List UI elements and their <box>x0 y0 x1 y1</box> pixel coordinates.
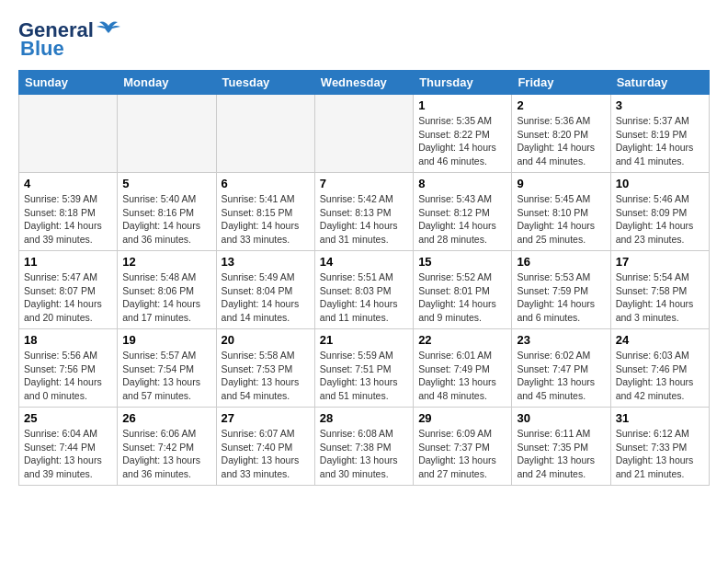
calendar-day: 14Sunrise: 5:51 AM Sunset: 8:03 PM Dayli… <box>314 251 413 329</box>
day-number: 6 <box>222 177 310 190</box>
calendar-day: 7Sunrise: 5:42 AM Sunset: 8:13 PM Daylig… <box>314 173 413 251</box>
day-info: Sunrise: 5:42 AM Sunset: 8:13 PM Dayligh… <box>320 192 408 247</box>
day-number: 8 <box>418 177 506 190</box>
calendar-day: 1Sunrise: 5:35 AM Sunset: 8:22 PM Daylig… <box>414 95 512 173</box>
calendar-week-row: 1Sunrise: 5:35 AM Sunset: 8:22 PM Daylig… <box>19 95 710 173</box>
day-number: 12 <box>122 255 210 269</box>
day-number: 23 <box>517 333 605 347</box>
weekday-header: Friday <box>512 71 610 95</box>
weekday-header: Sunday <box>19 71 118 95</box>
weekday-header: Thursday <box>414 71 512 95</box>
calendar-day: 6Sunrise: 5:41 AM Sunset: 8:15 PM Daylig… <box>216 173 314 251</box>
calendar-day: 4Sunrise: 5:39 AM Sunset: 8:18 PM Daylig… <box>19 173 118 251</box>
day-info: Sunrise: 5:46 AM Sunset: 8:09 PM Dayligh… <box>616 192 704 247</box>
calendar-day: 15Sunrise: 5:52 AM Sunset: 8:01 PM Dayli… <box>414 251 512 329</box>
calendar-empty <box>19 95 118 173</box>
day-info: Sunrise: 6:02 AM Sunset: 7:47 PM Dayligh… <box>517 349 605 403</box>
day-number: 9 <box>517 177 605 190</box>
calendar-day: 2Sunrise: 5:36 AM Sunset: 8:20 PM Daylig… <box>512 95 610 173</box>
day-number: 14 <box>320 255 408 269</box>
calendar-day: 10Sunrise: 5:46 AM Sunset: 8:09 PM Dayli… <box>610 173 709 251</box>
day-info: Sunrise: 5:37 AM Sunset: 8:19 PM Dayligh… <box>616 114 704 168</box>
calendar-day: 11Sunrise: 5:47 AM Sunset: 8:07 PM Dayli… <box>19 251 118 329</box>
day-info: Sunrise: 5:43 AM Sunset: 8:12 PM Dayligh… <box>418 192 506 247</box>
day-info: Sunrise: 6:06 AM Sunset: 7:42 PM Dayligh… <box>122 427 210 481</box>
day-number: 2 <box>517 98 605 112</box>
day-info: Sunrise: 6:01 AM Sunset: 7:49 PM Dayligh… <box>418 349 506 403</box>
day-number: 27 <box>222 411 310 425</box>
day-number: 5 <box>122 177 210 190</box>
day-number: 3 <box>616 98 704 112</box>
day-info: Sunrise: 5:58 AM Sunset: 7:53 PM Dayligh… <box>222 349 310 403</box>
day-info: Sunrise: 5:49 AM Sunset: 8:04 PM Dayligh… <box>222 270 310 325</box>
day-info: Sunrise: 5:57 AM Sunset: 7:54 PM Dayligh… <box>122 349 210 403</box>
day-info: Sunrise: 5:45 AM Sunset: 8:10 PM Dayligh… <box>517 192 605 247</box>
calendar-empty <box>314 95 413 173</box>
calendar-day: 28Sunrise: 6:08 AM Sunset: 7:38 PM Dayli… <box>314 408 413 486</box>
day-info: Sunrise: 5:48 AM Sunset: 8:06 PM Dayligh… <box>122 270 210 325</box>
calendar-day: 18Sunrise: 5:56 AM Sunset: 7:56 PM Dayli… <box>19 329 118 408</box>
calendar-day: 23Sunrise: 6:02 AM Sunset: 7:47 PM Dayli… <box>512 329 610 408</box>
day-info: Sunrise: 5:56 AM Sunset: 7:56 PM Dayligh… <box>24 349 112 403</box>
day-number: 13 <box>222 255 310 269</box>
day-info: Sunrise: 6:04 AM Sunset: 7:44 PM Dayligh… <box>24 427 112 481</box>
day-number: 17 <box>616 255 704 269</box>
day-number: 30 <box>517 411 605 425</box>
day-number: 25 <box>24 411 112 425</box>
day-info: Sunrise: 5:36 AM Sunset: 8:20 PM Dayligh… <box>517 114 605 168</box>
page-header: General Blue <box>18 18 710 61</box>
calendar-week-row: 11Sunrise: 5:47 AM Sunset: 8:07 PM Dayli… <box>19 251 710 329</box>
day-number: 1 <box>418 98 506 112</box>
day-number: 20 <box>222 333 310 347</box>
day-info: Sunrise: 5:52 AM Sunset: 8:01 PM Dayligh… <box>418 270 506 325</box>
day-info: Sunrise: 5:47 AM Sunset: 8:07 PM Dayligh… <box>24 270 112 325</box>
day-number: 15 <box>418 255 506 269</box>
calendar-day: 9Sunrise: 5:45 AM Sunset: 8:10 PM Daylig… <box>512 173 610 251</box>
day-number: 28 <box>320 411 408 425</box>
calendar-day: 17Sunrise: 5:54 AM Sunset: 7:58 PM Dayli… <box>610 251 709 329</box>
calendar-week-row: 18Sunrise: 5:56 AM Sunset: 7:56 PM Dayli… <box>19 329 710 408</box>
day-number: 29 <box>418 411 506 425</box>
day-info: Sunrise: 6:11 AM Sunset: 7:35 PM Dayligh… <box>517 427 605 481</box>
weekday-header: Wednesday <box>314 71 413 95</box>
day-info: Sunrise: 6:07 AM Sunset: 7:40 PM Dayligh… <box>222 427 310 481</box>
calendar-table: SundayMondayTuesdayWednesdayThursdayFrid… <box>18 70 710 486</box>
calendar-day: 19Sunrise: 5:57 AM Sunset: 7:54 PM Dayli… <box>118 329 216 408</box>
day-number: 24 <box>616 333 704 347</box>
calendar-week-row: 25Sunrise: 6:04 AM Sunset: 7:44 PM Dayli… <box>19 408 710 486</box>
calendar-day: 24Sunrise: 6:03 AM Sunset: 7:46 PM Dayli… <box>610 329 709 408</box>
calendar-day: 26Sunrise: 6:06 AM Sunset: 7:42 PM Dayli… <box>118 408 216 486</box>
day-info: Sunrise: 5:59 AM Sunset: 7:51 PM Dayligh… <box>320 349 408 403</box>
day-number: 18 <box>24 333 112 347</box>
day-info: Sunrise: 5:51 AM Sunset: 8:03 PM Dayligh… <box>320 270 408 325</box>
calendar-day: 12Sunrise: 5:48 AM Sunset: 8:06 PM Dayli… <box>118 251 216 329</box>
day-info: Sunrise: 5:54 AM Sunset: 7:58 PM Dayligh… <box>616 270 704 325</box>
day-info: Sunrise: 5:39 AM Sunset: 8:18 PM Dayligh… <box>24 192 112 247</box>
weekday-header: Saturday <box>610 71 709 95</box>
day-number: 26 <box>122 411 210 425</box>
calendar-week-row: 4Sunrise: 5:39 AM Sunset: 8:18 PM Daylig… <box>19 173 710 251</box>
day-number: 31 <box>616 411 704 425</box>
logo-bird-icon <box>96 18 121 37</box>
day-info: Sunrise: 5:35 AM Sunset: 8:22 PM Dayligh… <box>418 114 506 168</box>
logo-blue-text: Blue <box>20 37 64 61</box>
calendar-day: 3Sunrise: 5:37 AM Sunset: 8:19 PM Daylig… <box>610 95 709 173</box>
day-number: 21 <box>320 333 408 347</box>
calendar-day: 5Sunrise: 5:40 AM Sunset: 8:16 PM Daylig… <box>118 173 216 251</box>
calendar-empty <box>118 95 216 173</box>
day-number: 22 <box>418 333 506 347</box>
day-number: 7 <box>320 177 408 190</box>
day-number: 10 <box>616 177 704 190</box>
calendar-day: 21Sunrise: 5:59 AM Sunset: 7:51 PM Dayli… <box>314 329 413 408</box>
day-info: Sunrise: 6:09 AM Sunset: 7:37 PM Dayligh… <box>418 427 506 481</box>
day-info: Sunrise: 6:12 AM Sunset: 7:33 PM Dayligh… <box>616 427 704 481</box>
calendar-day: 13Sunrise: 5:49 AM Sunset: 8:04 PM Dayli… <box>216 251 314 329</box>
calendar-empty <box>216 95 314 173</box>
weekday-header: Monday <box>118 71 216 95</box>
calendar-day: 16Sunrise: 5:53 AM Sunset: 7:59 PM Dayli… <box>512 251 610 329</box>
day-info: Sunrise: 5:40 AM Sunset: 8:16 PM Dayligh… <box>122 192 210 247</box>
calendar-day: 25Sunrise: 6:04 AM Sunset: 7:44 PM Dayli… <box>19 408 118 486</box>
calendar-day: 8Sunrise: 5:43 AM Sunset: 8:12 PM Daylig… <box>414 173 512 251</box>
day-info: Sunrise: 5:53 AM Sunset: 7:59 PM Dayligh… <box>517 270 605 325</box>
logo: General Blue <box>18 18 121 61</box>
